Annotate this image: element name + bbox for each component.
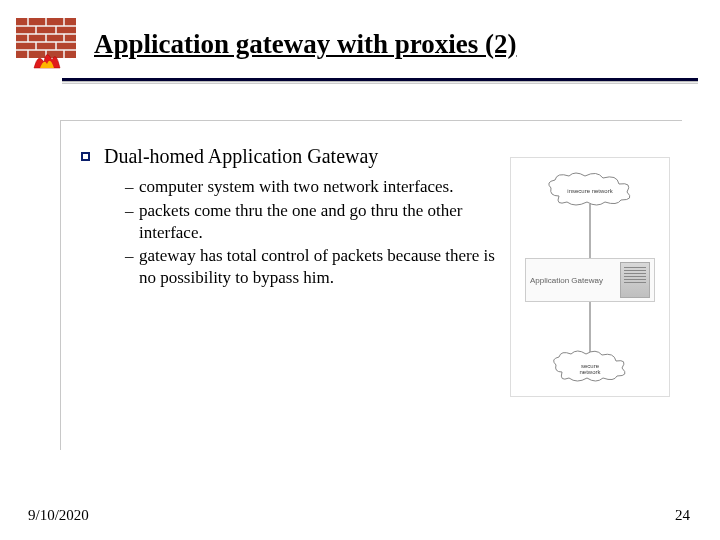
sub-bullet: – computer system with two network inter…: [125, 176, 502, 198]
dash-icon: –: [125, 200, 139, 244]
cloud-insecure: insecure network: [545, 172, 635, 194]
slide-header: Application gateway with proxies (2): [0, 0, 720, 76]
network-diagram: insecure network Application Gateway sec…: [510, 157, 670, 397]
square-bullet-icon: [81, 152, 90, 161]
gateway-label: Application Gateway: [530, 276, 603, 285]
sub-bullet-text: gateway has total control of packets bec…: [139, 245, 502, 289]
dash-icon: –: [125, 176, 139, 198]
connector-line: [590, 204, 591, 258]
content-frame: Dual-homed Application Gateway – compute…: [60, 120, 682, 450]
sub-bullet: – gateway has total control of packets b…: [125, 245, 502, 289]
dash-icon: –: [125, 245, 139, 289]
bullet-main-text: Dual-homed Application Gateway: [104, 145, 378, 168]
sub-bullet-text: computer system with two network interfa…: [139, 176, 453, 198]
title-underline-rule: [62, 78, 698, 84]
connector-line: [590, 302, 591, 352]
firewall-icon: [16, 18, 76, 70]
sub-bullet-text: packets come thru the one and go thru th…: [139, 200, 502, 244]
bullet-main: Dual-homed Application Gateway: [81, 145, 502, 168]
sub-bullet-list: – computer system with two network inter…: [125, 176, 502, 289]
cloud-secure: secure network: [550, 350, 630, 375]
server-icon: [620, 262, 650, 298]
footer-date: 9/10/2020: [28, 507, 89, 524]
gateway-node: Application Gateway: [525, 258, 655, 302]
text-column: Dual-homed Application Gateway – compute…: [81, 145, 510, 432]
diagram-column: insecure network Application Gateway sec…: [510, 145, 670, 432]
slide-title: Application gateway with proxies (2): [94, 29, 517, 60]
footer-page-number: 24: [675, 507, 690, 524]
sub-bullet: – packets come thru the one and go thru …: [125, 200, 502, 244]
